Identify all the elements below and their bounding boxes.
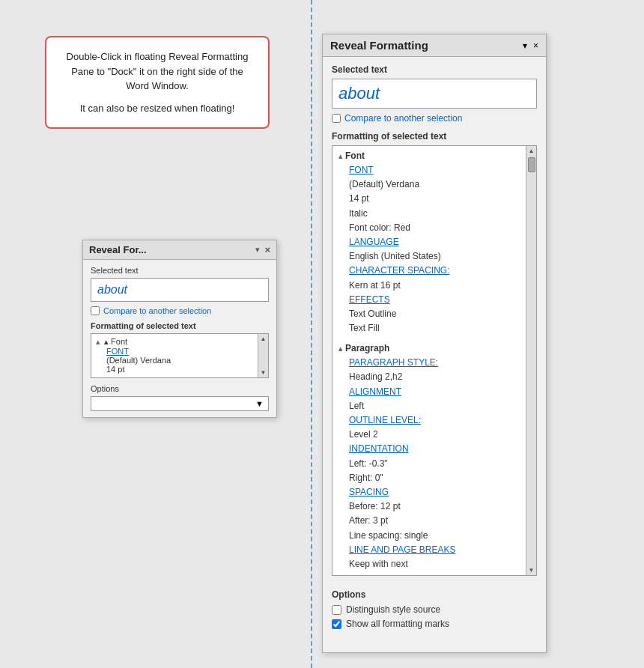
small-compare-row: Compare to another selection	[91, 306, 269, 315]
dotted-divider	[311, 0, 312, 668]
scroll-down-arrow[interactable]: ▼	[259, 368, 268, 377]
spacing-before-value: Before: 12 pt	[338, 500, 530, 514]
main-panel-title: Reveal Formatting	[330, 39, 428, 52]
line-breaks-link[interactable]: LINE AND PAGE BREAKS	[338, 543, 530, 557]
main-formatting-content: ▴ Font FONT (Default) Verdana 14 pt Ital…	[332, 145, 537, 576]
effects-2-value: Text Fill	[338, 321, 530, 335]
main-scrollbar[interactable]: ▲ ▼	[526, 146, 536, 575]
scroll-thumb[interactable]	[528, 157, 535, 172]
main-panel-dropdown-icon[interactable]: ▾	[523, 40, 527, 51]
small-compare-label: Compare to another selection	[103, 306, 211, 315]
main-panel-close-button[interactable]: ×	[533, 40, 538, 51]
main-panel-titlebar: Reveal Formatting ▾ ×	[323, 34, 546, 57]
small-font-pt: 14 pt	[106, 365, 264, 374]
font-section: ▴ Font FONT (Default) Verdana 14 pt Ital…	[338, 151, 530, 335]
small-panel-titlebar: Reveal For... ▾ ×	[83, 240, 276, 260]
reveal-formatting-small-panel: Reveal For... ▾ × Selected text about Co…	[82, 240, 277, 418]
font-section-header: ▴ Font	[338, 151, 530, 161]
paragraph-toggle-icon[interactable]: ▴	[338, 344, 342, 353]
language-value: English (United States)	[338, 249, 530, 264]
main-compare-checkbox[interactable]	[332, 114, 341, 123]
spacing-after-value: After: 3 pt	[338, 514, 530, 528]
para-style-value: Heading 2,h2	[338, 370, 530, 384]
show-marks-label: Show all formatting marks	[346, 619, 449, 629]
main-panel-controls: ▾ ×	[523, 40, 538, 51]
indent-left-value: Left: -0.3"	[338, 457, 530, 471]
small-panel-close-button[interactable]: ×	[264, 244, 270, 255]
font-link[interactable]: FONT	[338, 163, 530, 177]
main-options-section: Options Distinguish style source Show al…	[332, 583, 537, 636]
main-selected-text-label: Selected text	[332, 64, 537, 75]
alignment-link[interactable]: ALIGNMENT	[338, 385, 530, 399]
small-font-default: (Default) Verdana	[106, 356, 264, 365]
effects-link[interactable]: EFFECTS	[338, 293, 530, 307]
main-compare-row: Compare to another selection	[332, 113, 537, 124]
small-panel-title: Reveal For...	[89, 244, 147, 255]
spacing-link[interactable]: SPACING	[338, 485, 530, 500]
reveal-formatting-main-panel: Reveal Formatting ▾ × Selected text abou…	[322, 34, 547, 653]
show-marks-row: Show all formatting marks	[332, 619, 537, 629]
small-options-label: Options	[91, 384, 269, 393]
spacing-line-value: Line spacing: single	[338, 529, 530, 543]
small-panel-dropdown-icon[interactable]: ▾	[255, 245, 260, 255]
small-font-toggle[interactable]: ▴	[96, 337, 100, 346]
font-section-title: Font	[345, 151, 365, 161]
main-scroll-up-arrow[interactable]: ▲	[527, 146, 536, 156]
outline-value: Level 2	[338, 428, 530, 442]
show-marks-checkbox[interactable]	[332, 619, 341, 629]
small-options-dropdown-icon: ▼	[255, 399, 264, 408]
font-default-value: (Default) Verdana	[338, 177, 530, 192]
small-font-header: ▴ ▴ Font	[96, 337, 264, 347]
small-tree-indent: FONT (Default) Verdana 14 pt	[106, 347, 264, 374]
font-size-value: 14 pt	[338, 192, 530, 206]
main-scroll-down-arrow[interactable]: ▼	[527, 565, 536, 575]
main-selected-text-value: about	[332, 79, 537, 109]
small-formatting-content: ▴ ▴ Font FONT (Default) Verdana 14 pt ▲ …	[91, 333, 269, 378]
small-options-dropdown[interactable]: ▼	[91, 396, 269, 411]
small-options-section: Options ▼	[91, 384, 269, 411]
small-panel-controls: ▾ ×	[255, 244, 270, 255]
distinguish-row: Distinguish style source	[332, 604, 537, 615]
main-options-label: Options	[332, 589, 537, 600]
small-compare-checkbox[interactable]	[91, 306, 100, 315]
paragraph-section: ▴ Paragraph PARAGRAPH STYLE: Heading 2,h…	[338, 343, 530, 571]
language-link[interactable]: LANGUAGE	[338, 235, 530, 249]
font-toggle-icon[interactable]: ▴	[338, 152, 342, 160]
font-color-value: Font color: Red	[338, 221, 530, 235]
char-spacing-link[interactable]: CHARACTER SPACING:	[338, 264, 530, 278]
tooltip-line2: It can also be resized when floating!	[60, 101, 255, 116]
main-formatting-label: Formatting of selected text	[332, 131, 537, 142]
main-panel-body: Selected text about Compare to another s…	[323, 57, 546, 643]
small-selected-text-value: about	[91, 278, 269, 302]
char-spacing-value: Kern at 16 pt	[338, 279, 530, 293]
main-compare-label: Compare to another selection	[344, 113, 462, 124]
para-style-link[interactable]: PARAGRAPH STYLE:	[338, 356, 530, 370]
distinguish-checkbox[interactable]	[332, 605, 341, 615]
paragraph-section-header: ▴ Paragraph	[338, 343, 530, 353]
small-selected-text-label: Selected text	[91, 266, 269, 275]
outline-link[interactable]: OUTLINE LEVEL:	[338, 413, 530, 428]
indent-right-value: Right: 0"	[338, 471, 530, 485]
font-style-value: Italic	[338, 207, 530, 221]
alignment-value: Left	[338, 399, 530, 413]
scroll-track	[528, 156, 535, 565]
tooltip-line1: Double-Click in floating Reveal Formatti…	[60, 49, 255, 94]
scroll-up-arrow[interactable]: ▲	[259, 334, 268, 344]
distinguish-label: Distinguish style source	[346, 604, 440, 615]
paragraph-section-title: Paragraph	[345, 343, 389, 353]
tooltip-box: Double-Click in floating Reveal Formatti…	[45, 36, 270, 129]
small-font-label: ▴ Font	[104, 337, 127, 346]
small-formatting-label: Formatting of selected text	[91, 321, 269, 330]
small-panel-body: Selected text about Compare to another s…	[83, 260, 276, 417]
small-font-link[interactable]: FONT	[106, 347, 264, 356]
effects-1-value: Text Outline	[338, 307, 530, 321]
indentation-link[interactable]: INDENTATION	[338, 442, 530, 456]
small-scrollbar[interactable]: ▲ ▼	[258, 334, 268, 377]
line-breaks-value: Keep with next	[338, 557, 530, 571]
